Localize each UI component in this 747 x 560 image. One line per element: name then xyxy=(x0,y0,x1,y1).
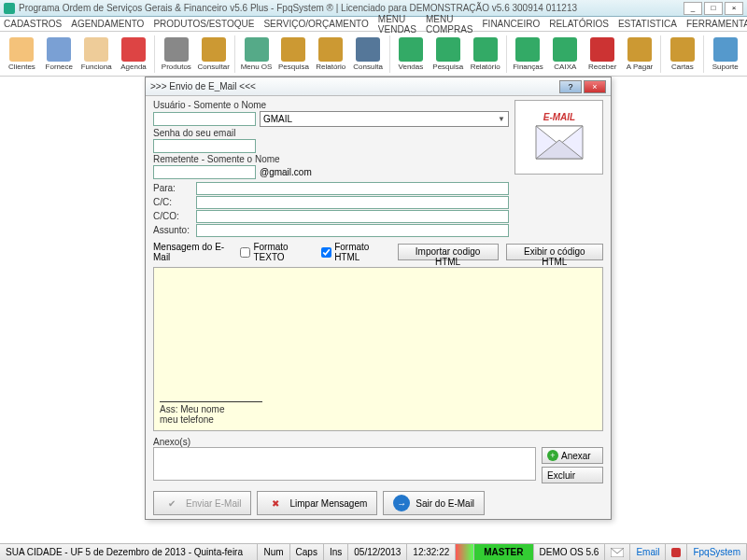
toolbar-pesquisa[interactable]: Pesquisa xyxy=(275,34,312,75)
envelope-icon xyxy=(611,548,624,557)
fornece-icon xyxy=(47,37,71,62)
enviar-email-button[interactable]: ✔ Enviar E-Mail xyxy=(153,491,251,515)
cc-label: C/C: xyxy=(153,196,195,209)
arrow-right-icon: → xyxy=(393,495,410,511)
usuario-input[interactable] xyxy=(153,112,256,126)
menu-ferramentas[interactable]: FERRAMENTAS xyxy=(686,19,747,29)
formato-html-checkbox[interactable]: Formato HTML xyxy=(321,242,389,262)
provider-combo[interactable]: GMAIL ▼ xyxy=(260,111,509,127)
toolbar-consulta[interactable]: Consulta xyxy=(350,34,387,75)
limpar-mensagem-button[interactable]: ✖ Limpar Mensagem xyxy=(257,491,377,515)
consulta-icon xyxy=(356,37,380,62)
dialog-help-button[interactable]: ? xyxy=(559,80,582,93)
remetente-label: Remetente - Somente o Nome xyxy=(153,154,509,164)
toolbar-relatório[interactable]: Relatório xyxy=(467,34,503,75)
maximize-button[interactable]: □ xyxy=(704,2,723,15)
dialog-title: >>> Envio de E_Mail <<< xyxy=(150,81,557,91)
formato-texto-checkbox[interactable]: Formato TEXTO xyxy=(240,242,314,262)
toolbar-funciona[interactable]: Funciona xyxy=(78,34,115,75)
usuario-label: Usuário - Somente o Nome xyxy=(153,100,509,110)
status-caps: Caps xyxy=(290,544,324,560)
toolbar-relatório[interactable]: Relatório xyxy=(313,34,349,75)
window-title: Programa Ordem de Serviços Gerais & Fina… xyxy=(19,3,684,13)
clientes-icon xyxy=(9,37,34,62)
para-input[interactable] xyxy=(196,182,509,195)
toolbar-suporte[interactable]: Suporte xyxy=(707,34,743,75)
remetente-input[interactable] xyxy=(153,165,256,179)
domain-suffix: @gmail.com xyxy=(260,167,312,177)
status-demo: DEMO OS 5.6 xyxy=(534,544,606,560)
status-num: Num xyxy=(258,544,289,560)
para-label: Para: xyxy=(153,182,195,195)
produtos-icon xyxy=(164,37,189,62)
assunto-label: Assunto: xyxy=(153,224,195,237)
status-ins: Ins xyxy=(324,544,348,560)
close-button[interactable]: × xyxy=(725,2,743,15)
minimize-button[interactable]: _ xyxy=(684,2,702,15)
anexos-label: Anexo(s) xyxy=(153,437,603,447)
status-user: MASTER xyxy=(474,544,533,560)
senha-input[interactable] xyxy=(153,139,256,153)
toolbar-consultar[interactable]: Consultar xyxy=(195,34,232,75)
chevron-down-icon: ▼ xyxy=(498,115,505,123)
finanças-icon xyxy=(515,37,540,62)
window-titlebar: Programa Ordem de Serviços Gerais & Fina… xyxy=(0,0,747,17)
menu-servico[interactable]: SERVIÇO/ORÇAMENTO xyxy=(263,19,368,29)
cco-input[interactable] xyxy=(196,210,509,223)
senha-label: Senha do seu email xyxy=(153,128,509,138)
toolbar-caixa[interactable]: CAIXA xyxy=(547,34,584,75)
toolbar-vendas[interactable]: Vendas xyxy=(393,34,430,75)
toolbar-produtos[interactable]: Produtos xyxy=(158,34,194,75)
funciona-icon xyxy=(84,37,108,62)
agenda-icon xyxy=(121,37,146,62)
message-body[interactable]: Ass: Meu nome meu telefone xyxy=(153,267,603,431)
toolbar-clientes[interactable]: Clientes xyxy=(4,34,40,75)
pesquisa-icon xyxy=(281,37,305,62)
cco-label: C/CO: xyxy=(153,210,195,223)
sair-email-button[interactable]: → Sair do E-Mail xyxy=(383,491,485,515)
menu-compras[interactable]: MENU COMPRAS xyxy=(426,14,473,35)
toolbar-menu os[interactable]: Menu OS xyxy=(238,34,275,75)
a pagar-icon xyxy=(627,37,652,62)
menu-cadastros[interactable]: CADASTROS xyxy=(4,19,62,29)
menu-relatorios[interactable]: RELATÓRIOS xyxy=(549,19,609,29)
mensagem-label: Mensagem do E-Mail xyxy=(153,242,233,262)
exibir-html-button[interactable]: Exibir o código HTML xyxy=(506,244,603,260)
dialog-close-button[interactable]: × xyxy=(584,80,606,93)
importar-html-button[interactable]: Importar codigo HTML xyxy=(398,244,499,260)
vendas-icon xyxy=(399,37,423,62)
toolbar-cartas[interactable]: Cartas xyxy=(664,34,700,75)
workspace: >>> Envio de E_Mail <<< ? × Usuário - So… xyxy=(0,77,747,543)
menu-agendamento[interactable]: AGENDAMENTO xyxy=(71,19,144,29)
toolbar-finanças[interactable]: Finanças xyxy=(510,34,546,75)
toolbar-pesquisa[interactable]: Pesquisa xyxy=(430,34,466,75)
pesquisa-icon xyxy=(436,37,460,62)
attachments-list[interactable] xyxy=(153,447,536,481)
caixa-icon xyxy=(553,37,577,62)
cc-input[interactable] xyxy=(196,196,509,209)
menu os-icon xyxy=(245,37,269,62)
relatório-icon xyxy=(473,37,498,62)
email-art-text: E-MAIL xyxy=(543,112,574,122)
menubar: CADASTROS AGENDAMENTO PRODUTOS/ESTOQUE S… xyxy=(0,17,747,32)
menu-produtos[interactable]: PRODUTOS/ESTOQUE xyxy=(153,19,254,29)
menu-financeiro[interactable]: FINANCEIRO xyxy=(483,19,541,29)
provider-value: GMAIL xyxy=(263,114,292,124)
status-brand-link[interactable]: FpqSystem xyxy=(687,544,747,560)
menu-estatistica[interactable]: ESTATISTICA xyxy=(618,19,677,29)
delete-icon: ✖ xyxy=(267,495,284,511)
email-illustration: E-MAIL xyxy=(514,100,603,175)
toolbar-agenda[interactable]: Agenda xyxy=(116,34,152,75)
anexar-button[interactable]: +Anexar xyxy=(542,447,603,464)
toolbar-a pagar[interactable]: A Pagar xyxy=(622,34,658,75)
main-toolbar: ClientesForneceFuncionaAgendaProdutosCon… xyxy=(0,32,747,77)
brand-icon xyxy=(671,548,681,557)
email-dialog: >>> Envio de E_Mail <<< ? × Usuário - So… xyxy=(145,77,612,520)
assunto-input[interactable] xyxy=(196,224,509,237)
menu-vendas[interactable]: MENU VENDAS xyxy=(378,14,416,35)
status-email-link[interactable]: Email xyxy=(630,544,666,560)
toolbar-receber[interactable]: Receber xyxy=(585,34,621,75)
excluir-button[interactable]: Excluir xyxy=(542,467,603,483)
toolbar-fornece[interactable]: Fornece xyxy=(41,34,78,75)
consultar-icon xyxy=(202,37,226,62)
